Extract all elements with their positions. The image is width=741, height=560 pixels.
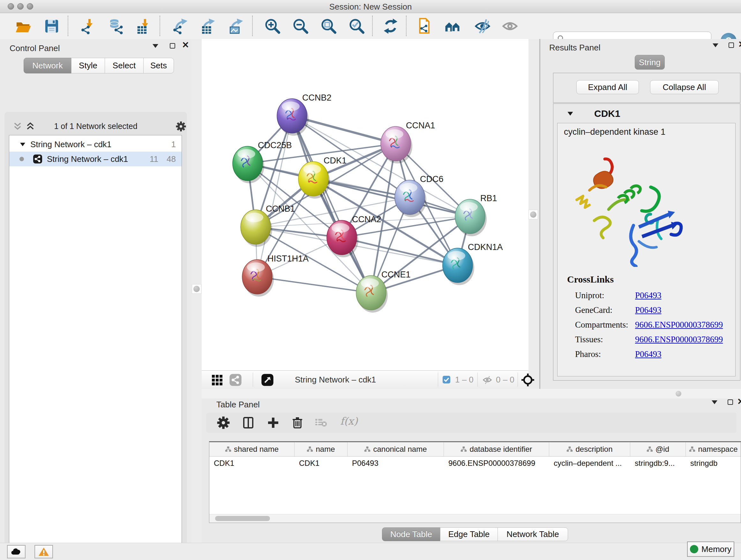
memory-button[interactable]: Memory [687,542,734,557]
control-panel-float-button[interactable] [152,44,158,49]
results-panel-float-button[interactable] [713,44,718,48]
network-node-HIST1H1A[interactable]: HIST1H1A [242,254,309,297]
import-network-from-file-button[interactable] [78,17,99,36]
detach-view-button[interactable] [261,374,274,386]
crosslink-link[interactable]: P06493 [635,305,662,315]
zoom-out-button[interactable] [290,17,311,36]
delete-table-button-disabled [315,418,327,428]
crosslink-label: Tissues: [575,334,603,345]
zoom-fit-button[interactable] [319,17,339,36]
column-header-namespace[interactable]: namespace [686,442,741,456]
save-session-button[interactable] [42,17,62,36]
show-all-button[interactable] [500,17,520,36]
horizontal-splitter[interactable] [202,389,741,398]
zoom-selected-icon [348,18,365,35]
tab-select[interactable]: Select [105,58,144,73]
results-tab-string[interactable]: String [635,55,665,70]
hidden-elements-button[interactable] [482,374,493,385]
table-options-gear-button[interactable] [216,416,230,430]
table-horizontal-scrollbar[interactable] [209,514,741,523]
right-splitter[interactable] [529,39,539,389]
collapse-all-button[interactable]: Collapse All [650,80,719,94]
network-node-RB1[interactable]: RB1 [455,193,497,236]
horizontal-splitter-handle[interactable] [676,391,681,396]
export-network-button[interactable] [171,17,191,36]
tab-network[interactable]: Network [23,58,71,73]
node-label: CCNE1 [381,270,411,279]
crosslink-link[interactable]: 9606.ENSP00000378699 [635,320,723,330]
column-header-id[interactable]: @id [630,442,686,456]
scrollbar-thumb[interactable] [215,516,270,521]
network-node-CDC25B[interactable]: CDC25B [232,140,292,183]
first-neighbors-button[interactable] [442,17,463,36]
node-label: RB1 [480,193,497,203]
refresh-button[interactable] [381,17,401,36]
left-splitter[interactable] [192,39,202,543]
network-node-CCNB2[interactable]: CCNB2 [277,93,332,136]
warning-status-button[interactable] [35,545,53,558]
import-network-from-database-button[interactable] [106,17,126,36]
protein-structure-image [567,145,691,267]
network-node-CDKN1A[interactable]: CDKN1A [443,242,503,285]
network-options-gear-button[interactable] [176,121,186,132]
column-header-sharedname[interactable]: shared name [209,442,294,456]
network-node-CCNA1[interactable]: CCNA1 [381,121,435,164]
table-panel-title: Table Panel [216,400,260,410]
crosslinks-title: CrossLinks [567,274,614,285]
grid-view-button[interactable] [211,374,223,386]
maximize-icon [728,399,733,405]
tab-network-table[interactable]: Network Table [497,527,568,541]
tab-style[interactable]: Style [71,58,105,73]
table-panel-float-button[interactable] [712,400,718,405]
column-header-label: canonical name [373,445,427,454]
control-panel-maximize-button[interactable] [170,43,175,50]
hide-selected-button[interactable] [472,17,493,36]
results-panel-close-button[interactable]: ✕ [738,41,741,48]
column-header-name[interactable]: name [294,442,347,456]
import-table-from-file-icon [136,18,152,35]
gene-section-header[interactable]: CDK1 [553,104,740,123]
open-file-button[interactable] [13,17,33,36]
show-columns-button[interactable] [241,416,255,430]
expand-all-button[interactable]: Expand All [576,80,639,94]
tab-node-table[interactable]: Node Table [382,527,441,541]
results-panel-maximize-button[interactable] [729,43,734,49]
crosslink-link[interactable]: P06493 [635,349,662,359]
zoom-fit-icon [320,18,337,35]
export-image-button[interactable] [226,17,246,36]
selected-nodes-checkbox[interactable] [442,375,451,384]
import-table-from-file-button[interactable] [134,17,154,36]
gene-description: cyclin–dependent kinase 1 [564,127,665,137]
memory-label: Memory [701,544,731,554]
control-panel-close-button[interactable]: ✕ [182,42,189,49]
zoom-in-button[interactable] [262,17,283,36]
column-header-databaseidentifier[interactable]: database identifier [444,442,549,456]
network-collection-row[interactable]: String Network – cdk1 1 [9,137,182,152]
new-network-from-selection-icon [417,18,433,35]
network-view[interactable]: CCNB2 CCNA1 CDC25B CDK1 CDC6 [202,39,529,389]
column-header-description[interactable]: description [549,442,630,456]
right-splitter-handle[interactable] [529,210,538,219]
table-panel-close-button[interactable]: ✕ [737,398,741,406]
table-panel-maximize-button[interactable] [728,399,733,406]
crosslink-link[interactable]: 9606.ENSP00000378699 [635,334,723,345]
network-canvas[interactable]: CCNB2 CCNA1 CDC25B CDK1 CDC6 [202,39,529,370]
network-overview-button[interactable] [229,374,242,386]
table-row[interactable]: CDK1CDK1P064939606.ENSP00000378699cyclin… [209,456,741,470]
column-header-canonicalname[interactable]: canonical name [347,442,444,456]
create-column-button[interactable] [266,416,280,430]
birds-eye-view-button[interactable] [521,373,535,387]
cloud-status-button[interactable] [7,545,25,558]
left-splitter-handle[interactable] [192,284,201,294]
crosslink-label: Compartments: [575,320,628,330]
zoom-selected-button[interactable] [347,17,367,36]
tab-edge-table[interactable]: Edge Table [440,527,498,541]
network-node-CDC6[interactable]: CDC6 [395,174,444,217]
save-session-icon [44,18,60,35]
export-table-button[interactable] [198,17,218,36]
new-network-from-selection-button[interactable] [415,17,435,36]
crosslink-link[interactable]: P06493 [635,291,662,300]
delete-column-button[interactable] [290,416,305,430]
network-row-selected[interactable]: String Network – cdk1 11 48 [9,152,182,166]
tab-sets[interactable]: Sets [143,58,174,73]
